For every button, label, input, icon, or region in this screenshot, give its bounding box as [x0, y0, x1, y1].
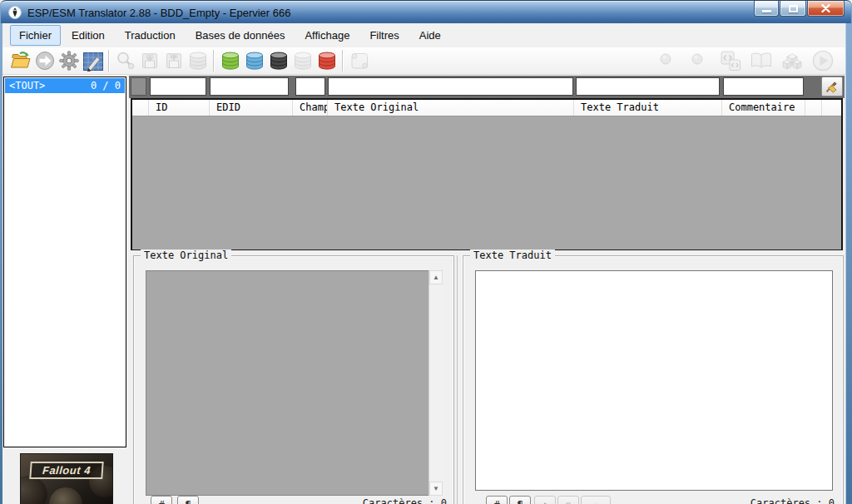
- menu-filtres[interactable]: Filtres: [360, 25, 408, 46]
- menu-aide[interactable]: Aide: [410, 25, 450, 46]
- filter-input-edid[interactable]: [210, 77, 289, 96]
- menu-edition[interactable]: Edition: [62, 25, 114, 46]
- toolbar-separator: [213, 50, 215, 72]
- titlebar[interactable]: ESP/ESM Translator 2.88 - BDD_Empty - Ep…: [0, 0, 852, 23]
- column-header-indicator[interactable]: [132, 100, 149, 116]
- save-import-button: [137, 49, 161, 73]
- column-header-texte-traduit[interactable]: Texte Traduit: [574, 100, 722, 116]
- menu-bases-de-donnees[interactable]: Bases de données: [186, 25, 295, 46]
- scroll-down-icon[interactable]: ▼: [429, 482, 443, 496]
- save-export-icon: [163, 50, 185, 72]
- packages-button: [780, 49, 804, 73]
- toolbar: [2, 47, 845, 75]
- led-indicator-1: [660, 53, 671, 68]
- swap-button: ↔: [581, 496, 611, 504]
- database-blue-button[interactable]: [242, 49, 266, 73]
- original-panel: Texte Original ▲ ▼ # ¶ Caractères : 0: [133, 255, 454, 504]
- menu-fichier[interactable]: Fichier: [10, 25, 61, 46]
- maximize-icon: [789, 5, 798, 12]
- original-char-counter: Caractères : 0: [363, 497, 447, 504]
- search-key-button: [113, 49, 137, 73]
- edit-grid-icon: [82, 50, 104, 72]
- cover-decoration: [20, 476, 47, 504]
- search-key-icon: [115, 50, 136, 72]
- script-scroll-icon: [349, 50, 370, 72]
- translated-textarea[interactable]: [475, 270, 833, 491]
- menu-bar: Fichier Edition Traduction Bases de donn…: [2, 23, 845, 47]
- database-blue-icon: [244, 50, 265, 72]
- translated-panel: Texte Traduit # ¶ ↑ ○ ↔ Caractères : 0: [463, 255, 844, 504]
- cover-decoration: [49, 487, 82, 504]
- game-cover-image: Fallout 4: [20, 453, 113, 504]
- app-bird-icon: [8, 6, 22, 19]
- settings-button[interactable]: [57, 49, 81, 73]
- toolbar-separator: [342, 50, 344, 72]
- original-scrollbar[interactable]: ▲ ▼: [428, 270, 443, 496]
- window-border-left: [0, 23, 2, 504]
- broom-icon: [825, 79, 840, 94]
- database-red-button[interactable]: [315, 49, 339, 73]
- main-table: ID EDID Champ Texte Original Texte Tradu…: [131, 98, 843, 250]
- run-play-button: [810, 49, 835, 73]
- table-body[interactable]: [132, 116, 841, 250]
- original-textarea[interactable]: [146, 270, 442, 496]
- go-next-icon: [34, 50, 56, 72]
- book-icon: [750, 50, 773, 72]
- column-header-commentaire[interactable]: Commentaire: [722, 100, 805, 116]
- minimize-icon: [762, 10, 771, 12]
- close-icon: [821, 4, 830, 12]
- filter-input-commentaire[interactable]: [723, 77, 804, 96]
- filter-input-id[interactable]: [150, 77, 206, 96]
- filter-corner-box: [131, 77, 146, 96]
- open-folder-button[interactable]: [8, 49, 32, 73]
- book-button: [749, 49, 773, 73]
- edit-grid-button[interactable]: [81, 49, 105, 73]
- packages-icon: [780, 50, 804, 72]
- menu-traduction[interactable]: Traduction: [116, 25, 185, 46]
- database-green-button[interactable]: [218, 49, 242, 73]
- save-export-button: [161, 49, 186, 73]
- xml-files-button: [718, 49, 742, 73]
- column-header-texte-original[interactable]: Texte Original: [328, 100, 574, 116]
- database-black-button[interactable]: [266, 49, 290, 73]
- xml-files-icon: [719, 49, 742, 72]
- database-gray-icon: [292, 50, 314, 72]
- window-border-right: [845, 23, 852, 504]
- settings-gear-icon: [58, 50, 80, 72]
- close-button[interactable]: [807, 1, 845, 17]
- pilcrow-button[interactable]: ¶: [177, 496, 199, 504]
- filter-input-texte-traduit[interactable]: [576, 77, 720, 96]
- database-green-icon: [220, 50, 241, 72]
- scroll-up-icon[interactable]: ▲: [429, 270, 443, 284]
- save-import-icon: [139, 50, 161, 72]
- database-backup-icon: [187, 50, 209, 72]
- toolbar-right-group: [660, 49, 840, 73]
- special-chars-button[interactable]: #: [151, 496, 172, 504]
- go-next-button[interactable]: [32, 49, 57, 73]
- game-cover-title: Fallout 4: [29, 462, 103, 479]
- groups-listbox[interactable]: <TOUT> 0 / 0: [3, 77, 126, 447]
- database-gray-button: [290, 49, 315, 73]
- maximize-button[interactable]: [780, 1, 806, 17]
- filter-bar: [129, 76, 845, 98]
- column-header-edid[interactable]: EDID: [210, 100, 293, 116]
- minimize-button[interactable]: [754, 1, 779, 17]
- column-header-champ[interactable]: Champ: [293, 100, 328, 116]
- special-chars-button[interactable]: #: [486, 496, 508, 504]
- filter-input-texte-original[interactable]: [328, 77, 573, 96]
- clear-filters-button[interactable]: [821, 77, 843, 96]
- script-scroll-button: [347, 49, 371, 73]
- copy-up-button: ↑: [534, 496, 556, 504]
- panel-splitter[interactable]: [457, 255, 463, 504]
- filter-input-champ[interactable]: [295, 77, 325, 96]
- pilcrow-button[interactable]: ¶: [509, 496, 531, 504]
- group-item-tout[interactable]: <TOUT> 0 / 0: [5, 78, 125, 93]
- table-header: ID EDID Champ Texte Original Texte Tradu…: [132, 100, 841, 116]
- column-header-id[interactable]: ID: [149, 100, 210, 116]
- reset-button: ○: [557, 496, 579, 504]
- database-black-icon: [268, 50, 290, 72]
- menu-affichage[interactable]: Affichage: [295, 25, 359, 46]
- original-panel-title: Texte Original: [141, 250, 231, 261]
- led-indicator-2: [691, 53, 703, 68]
- database-backup-button: [186, 49, 210, 73]
